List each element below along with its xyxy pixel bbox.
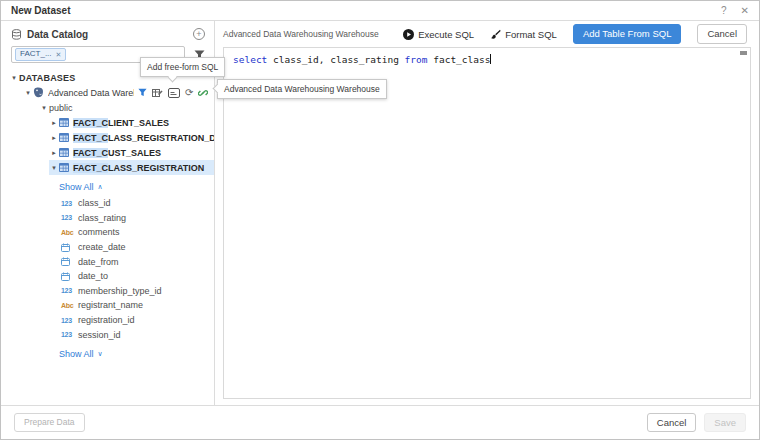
tooltip-connection-name: Advanced Data Warehousing Warehouse [217, 79, 387, 99]
column-row[interactable]: Abc comments [1, 225, 214, 240]
sql-code-editor[interactable]: select class_id, class_rating from fact_… [223, 47, 751, 399]
new-dataset-dialog: New Dataset ? ✕ Data Catalog + [0, 0, 760, 440]
database-name: Advanced Data Warehousing ... [48, 88, 134, 98]
add-data-source-icon[interactable]: + [193, 28, 205, 40]
column-row[interactable]: date_to [1, 269, 214, 284]
table-icon [59, 133, 69, 142]
brush-icon [490, 29, 501, 40]
table-row[interactable]: ▸ FACT_CLIENT_SALES [1, 115, 214, 130]
close-icon[interactable]: ✕ [741, 6, 749, 16]
dialog-footer: Prepare Data Cancel Save [1, 405, 759, 439]
chevron-up-icon: ∧ [98, 183, 103, 191]
date-type-icon [61, 272, 78, 281]
table-icon [59, 163, 69, 172]
connection-label: Advanced Data Warehousing Warehouse [223, 29, 379, 39]
date-type-icon [61, 257, 78, 266]
numeric-type-icon: 123 [61, 331, 78, 338]
caret-right-icon[interactable]: ▸ [49, 119, 59, 127]
column-row[interactable]: Abc registrant_name [1, 298, 214, 313]
refresh-icon[interactable]: ⟳ [185, 88, 193, 98]
table-row[interactable]: ▸ FACT_CLASS_REGISTRATION_DEMO [1, 130, 214, 145]
data-catalog-panel: Data Catalog + FACT_... ✕ ▾ DATABASES [1, 21, 215, 407]
column-row[interactable]: 123 registration_id [1, 313, 214, 328]
play-circle-icon [403, 29, 414, 40]
text-type-icon: Abc [61, 302, 78, 309]
table-row[interactable]: ▸ FACT_CUST_SALES [1, 145, 214, 160]
caret-down-icon[interactable]: ▾ [49, 164, 59, 172]
text-type-icon: Abc [61, 229, 78, 236]
dialog-title: New Dataset [11, 5, 70, 16]
column-row[interactable]: create_date [1, 240, 214, 255]
show-all-top-link[interactable]: Show All ∧ [59, 182, 103, 192]
sql-line: select class_id, class_rating from fact_… [233, 54, 741, 65]
edit-table-icon[interactable] [152, 88, 163, 98]
date-type-icon [61, 243, 78, 252]
numeric-type-icon: 123 [61, 287, 78, 294]
caret-right-icon[interactable]: ▸ [49, 134, 59, 142]
column-row[interactable]: 123 class_rating [1, 211, 214, 226]
execute-sql-button[interactable]: Execute SQL [403, 29, 474, 40]
database-stack-icon [11, 29, 22, 40]
column-row[interactable]: date_from [1, 254, 214, 269]
tree-node-schema[interactable]: ▾ public [1, 100, 214, 115]
caret-right-icon[interactable]: ▸ [49, 149, 59, 157]
help-icon[interactable]: ? [721, 6, 727, 16]
table-icon [59, 118, 69, 127]
prepare-data-button[interactable]: Prepare Data [14, 413, 85, 432]
add-table-from-sql-button[interactable]: Add Table From SQL [573, 24, 682, 44]
catalog-tree: ▾ DATABASES ▾ Advanced Data Warehousing … [1, 70, 214, 362]
caret-down-icon[interactable]: ▾ [39, 104, 49, 112]
search-filter-chip[interactable]: FACT_... ✕ [15, 48, 66, 61]
chevron-down-icon: ∨ [98, 350, 103, 358]
freeform-sql-icon[interactable] [168, 88, 180, 98]
editor-scrollbar-thumb[interactable] [740, 51, 747, 55]
editor-cancel-button[interactable]: Cancel [697, 24, 747, 44]
chip-remove-icon[interactable]: ✕ [56, 51, 62, 59]
table-row-selected[interactable]: ▾ FACT_CLASS_REGISTRATION [1, 160, 214, 175]
show-all-bottom-link[interactable]: Show All ∨ [59, 349, 103, 359]
text-cursor [490, 54, 491, 64]
caret-down-icon[interactable]: ▾ [9, 74, 19, 82]
numeric-type-icon: 123 [61, 317, 78, 324]
panel-title: Data Catalog [27, 29, 88, 40]
column-row[interactable]: 123 membership_type_id [1, 284, 214, 299]
format-sql-button[interactable]: Format SQL [490, 29, 557, 40]
numeric-type-icon: 123 [61, 214, 78, 221]
tooltip-add-freeform-sql: Add free-form SQL [140, 57, 225, 77]
tree-node-database[interactable]: ▾ Advanced Data Warehousing ... [1, 85, 214, 100]
column-row[interactable]: 123 session_id [1, 327, 214, 342]
table-icon [59, 148, 69, 157]
caret-down-icon[interactable]: ▾ [23, 89, 33, 97]
numeric-type-icon: 123 [61, 200, 78, 207]
postgresql-icon [33, 87, 44, 98]
save-button-disabled[interactable]: Save [704, 413, 746, 433]
link-icon[interactable] [198, 88, 208, 98]
column-row[interactable]: 123 class_id [1, 196, 214, 211]
footer-cancel-button[interactable]: Cancel [647, 413, 697, 433]
dialog-titlebar: New Dataset ? ✕ [1, 1, 759, 21]
db-filter-icon[interactable] [138, 88, 147, 97]
